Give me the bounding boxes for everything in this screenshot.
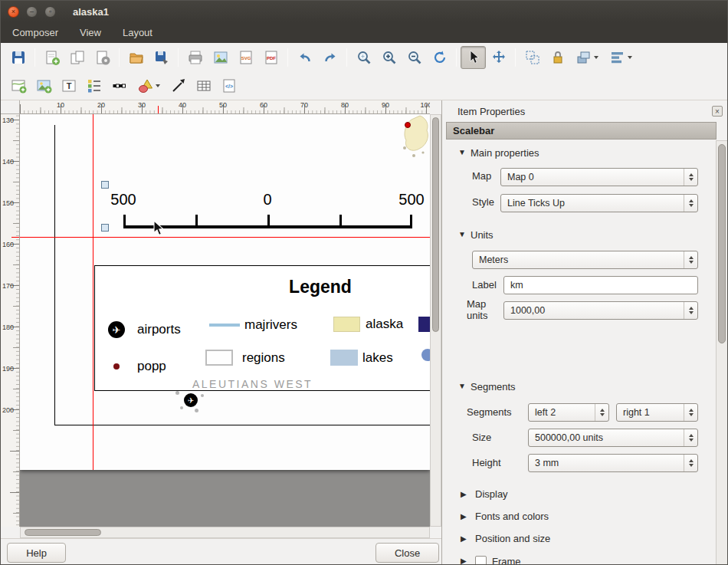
export-svg-button[interactable]: SVG <box>233 46 258 69</box>
segments-left-spinbox[interactable]: left 2 <box>528 403 609 422</box>
panel-scrollbar[interactable] <box>716 140 728 565</box>
item-type-header: Scalebar <box>446 122 717 140</box>
section-collapsed-icon[interactable]: ▶ <box>461 512 470 521</box>
save-template-button[interactable] <box>149 46 174 69</box>
export-pdf-button[interactable]: PDF <box>258 46 284 69</box>
window-close-button[interactable]: × <box>8 6 19 18</box>
section-display[interactable]: Display <box>475 488 508 500</box>
map-item-alaska[interactable] <box>397 114 430 162</box>
add-shape-icon <box>137 77 154 94</box>
composer-manager-button[interactable] <box>90 46 115 69</box>
height-spinbox[interactable]: 3 mm <box>528 454 698 472</box>
duplicate-composer-icon <box>69 49 86 66</box>
add-html-icon: </> <box>221 77 238 94</box>
group-items-icon <box>524 49 541 66</box>
section-position-and-size[interactable]: Position and size <box>475 533 550 544</box>
spin-arrows-icon <box>684 429 697 446</box>
spin-arrows-icon <box>684 404 697 421</box>
city-dot <box>195 409 198 412</box>
lock-items-button[interactable] <box>545 46 570 69</box>
section-collapsed-icon[interactable]: ▶ <box>461 490 470 498</box>
window-minimize-button[interactable]: – <box>26 6 38 18</box>
move-item-button[interactable] <box>461 46 486 69</box>
ruler-label: 150 <box>1 199 19 207</box>
scrollbar-thumb[interactable] <box>432 117 439 332</box>
unit-label-input[interactable]: km <box>503 276 698 294</box>
section-expanded-icon[interactable]: ▼ <box>458 382 467 390</box>
align-items-button[interactable] <box>604 46 638 69</box>
panel-close-button[interactable]: × <box>712 106 723 117</box>
zoom-full-button[interactable] <box>351 46 376 69</box>
add-html-button[interactable]: </> <box>216 74 241 97</box>
section-collapsed-icon[interactable]: ▶ <box>461 534 470 543</box>
load-template-button[interactable] <box>123 46 149 69</box>
units-combobox-value: Meters <box>479 251 508 268</box>
canvas-horizontal-scrollbar[interactable] <box>20 527 430 538</box>
selection-handle[interactable] <box>101 181 109 189</box>
save-project-button[interactable] <box>5 46 31 69</box>
section-expanded-icon[interactable]: ▼ <box>458 230 467 238</box>
size-spinbox[interactable]: 500000,00 units <box>528 429 698 447</box>
menu-view[interactable]: View <box>69 22 112 43</box>
add-map-button[interactable] <box>5 74 31 97</box>
scrollbar-thumb[interactable] <box>25 529 101 536</box>
selection-handle[interactable] <box>101 224 109 232</box>
style-combobox-value: Line Ticks Up <box>507 195 565 212</box>
move-content-button[interactable] <box>486 46 511 69</box>
redo-button[interactable] <box>317 46 343 69</box>
legend-swatch-fill <box>333 317 360 332</box>
scalebar-label: 500 <box>387 191 430 209</box>
section-expanded-icon[interactable]: ▼ <box>458 148 467 156</box>
scalebar-label: 500 <box>99 191 148 209</box>
new-composer-icon <box>44 49 61 66</box>
style-combobox[interactable]: Line Ticks Up <box>500 194 698 212</box>
add-arrow-button[interactable] <box>166 74 191 97</box>
close-button[interactable]: Close <box>375 543 439 563</box>
add-shape-button[interactable] <box>132 74 166 97</box>
composition-canvas[interactable]: 500 0 500 ALEUTIANS WEST Legend ✈ airpor… <box>20 114 430 527</box>
ruler-corner <box>1 100 20 114</box>
zoom-in-icon <box>381 49 398 66</box>
section-fonts-and-colors[interactable]: Fonts and colors <box>475 511 549 522</box>
dropdown-arrow-icon <box>628 56 632 59</box>
ruler-label: 200 <box>1 406 19 414</box>
menu-composer[interactable]: Composer <box>1 22 69 43</box>
add-map-icon <box>10 77 27 94</box>
add-label-button[interactable]: T <box>56 74 81 97</box>
zoom-in-button[interactable] <box>376 46 402 69</box>
add-legend-button[interactable] <box>81 74 107 97</box>
menu-layout[interactable]: Layout <box>112 22 163 43</box>
frame-checkbox[interactable] <box>475 556 487 565</box>
print-icon <box>187 49 204 66</box>
window-maximize-button[interactable]: ▫ <box>44 6 56 18</box>
scrollbar-thumb[interactable] <box>718 144 726 343</box>
refresh-button[interactable] <box>427 46 452 69</box>
add-scalebar-button[interactable] <box>107 74 132 97</box>
zoom-out-button[interactable] <box>402 46 427 69</box>
section-frame[interactable]: Frame <box>492 556 521 565</box>
print-button[interactable] <box>182 46 208 69</box>
raise-items-button[interactable] <box>570 46 604 69</box>
section-units[interactable]: Units <box>471 229 494 241</box>
add-image-icon <box>35 77 52 94</box>
add-attribute-table-button[interactable] <box>191 74 216 97</box>
section-segments[interactable]: Segments <box>471 381 516 393</box>
group-items-button[interactable] <box>520 46 545 69</box>
map-units-spinbox[interactable]: 1000,00 <box>503 301 698 320</box>
help-button[interactable]: Help <box>7 543 66 563</box>
new-composer-button[interactable] <box>39 46 64 69</box>
scalebar-tick <box>123 215 126 228</box>
map-point-marker <box>405 123 411 128</box>
units-combobox[interactable]: Meters <box>472 251 698 269</box>
canvas-vertical-scrollbar[interactable] <box>430 114 441 527</box>
add-image-button[interactable] <box>31 74 56 97</box>
export-image-button[interactable] <box>208 46 233 69</box>
segments-right-spinbox[interactable]: right 1 <box>616 403 698 422</box>
section-collapsed-icon[interactable]: ▶ <box>461 557 470 565</box>
combo-arrows-icon <box>684 195 697 212</box>
duplicate-composer-button[interactable] <box>64 46 90 69</box>
undo-button[interactable] <box>292 46 317 69</box>
section-main-properties[interactable]: Main properties <box>471 147 539 159</box>
map-combobox[interactable]: Map 0 <box>500 168 698 186</box>
scalebar-tick <box>267 215 270 228</box>
